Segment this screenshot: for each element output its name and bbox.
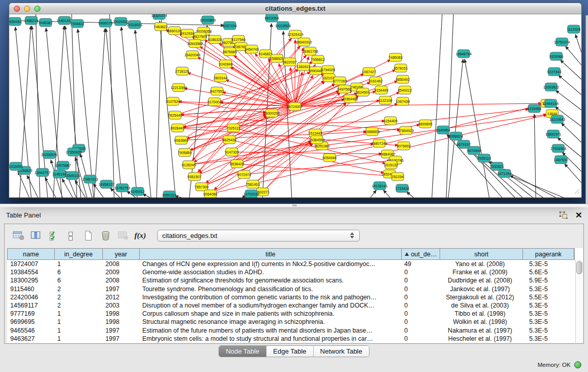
graph-node[interactable]: 16961758 xyxy=(302,47,318,55)
graph-node[interactable]: 19384554 xyxy=(309,136,324,144)
graph-node[interactable]: 9170004 xyxy=(207,98,221,106)
graph-node[interactable]: 8549212 xyxy=(398,86,411,94)
graph-node[interactable]: 1986219 xyxy=(24,16,38,25)
graph-node[interactable]: 1122108 xyxy=(379,96,393,104)
table-options-button[interactable] xyxy=(10,228,27,243)
split-pane-grip-icon[interactable] xyxy=(292,205,297,207)
window-minimize-button[interactable] xyxy=(24,6,30,12)
graph-node[interactable]: 9245412 xyxy=(130,187,144,195)
graph-node[interactable]: 19975887 xyxy=(55,161,71,169)
table-row[interactable]: 969969511998Structural magnetic resonanc… xyxy=(7,318,575,326)
graph-node[interactable]: 18640910 xyxy=(296,38,312,46)
graph-node[interactable]: 16648784 xyxy=(455,50,471,58)
window-zoom-button[interactable] xyxy=(34,6,40,12)
tab-network-table[interactable]: Network Table xyxy=(314,346,369,357)
graph-node[interactable]: 8215958 xyxy=(527,104,541,113)
graph-node[interactable]: 9329966 xyxy=(549,52,563,60)
graph-node[interactable]: 18724007 xyxy=(287,102,302,111)
graph-node[interactable]: 9227343 xyxy=(547,68,561,76)
graph-node[interactable]: 8186328 xyxy=(208,35,222,43)
graph-node[interactable]: 2803144 xyxy=(213,74,227,82)
graph-node[interactable]: 18807249 xyxy=(371,139,387,147)
graph-node[interactable]: 17359928 xyxy=(66,148,81,156)
network-graph[interactable]: 1872400774638228660128891293423226058982… xyxy=(9,14,581,199)
graph-node[interactable]: 3624501 xyxy=(356,88,369,96)
network-window-titlebar[interactable]: citations_edges.txt xyxy=(9,3,582,14)
graph-node[interactable]: 1915051 xyxy=(9,162,23,170)
graph-node[interactable]: 20364486 xyxy=(342,95,358,103)
graph-node[interactable]: 1067438 xyxy=(396,97,409,105)
graph-node[interactable]: 7485083 xyxy=(388,53,402,61)
graph-node[interactable]: 6794028 xyxy=(321,65,335,74)
graph-node[interactable]: 23420046 xyxy=(184,51,200,59)
graph-node[interactable]: 1588520 xyxy=(270,54,284,62)
graph-node[interactable]: 2935114 xyxy=(477,154,491,162)
graph-node[interactable]: 7905859 xyxy=(178,148,191,157)
graph-node[interactable]: 18320274 xyxy=(151,14,167,19)
graph-node[interactable]: 9899895 xyxy=(418,120,432,128)
graph-node[interactable]: 8660128 xyxy=(167,27,181,35)
graph-node[interactable]: 8813054 xyxy=(265,14,278,22)
graph-node[interactable]: 8427552 xyxy=(210,87,224,95)
graph-node[interactable]: 8578151 xyxy=(394,64,407,72)
table-row[interactable]: 1872400712008Changes of HCN gene express… xyxy=(7,260,575,268)
table-scrollbar-thumb[interactable] xyxy=(576,261,582,274)
graph-node[interactable]: 14702039 xyxy=(243,190,259,198)
graph-node[interactable]: 2718126 xyxy=(175,67,189,75)
graph-node[interactable]: 9046387 xyxy=(38,18,52,27)
graph-node[interactable]: 8107524 xyxy=(166,97,180,105)
graph-node[interactable]: 15318031 xyxy=(126,20,142,29)
graph-node[interactable]: 10688609 xyxy=(364,127,380,136)
graph-node[interactable]: 8912934 xyxy=(180,29,194,37)
split-pane-divider[interactable] xyxy=(0,204,588,207)
network-window[interactable]: citations_edges.txt 18724007746382286601… xyxy=(9,3,582,199)
graph-node[interactable]: 1640954 xyxy=(436,126,450,134)
table-source-dropdown[interactable]: citations_edges.txt xyxy=(157,230,360,242)
graph-node[interactable]: 9474444 xyxy=(467,146,481,155)
delete-columns-button[interactable] xyxy=(97,228,114,243)
window-resize-grip[interactable] xyxy=(573,187,580,196)
table-scrollbar[interactable] xyxy=(575,260,583,343)
graph-node[interactable]: 15751074 xyxy=(554,38,570,46)
column-header-title[interactable]: title xyxy=(140,249,402,259)
graph-node[interactable]: 15692971 xyxy=(545,130,561,138)
graph-node[interactable]: 9361507 xyxy=(187,172,201,181)
graph-node[interactable]: 20206576 xyxy=(41,150,57,159)
graph-node[interactable]: 16782753 xyxy=(114,184,130,192)
graph-node[interactable]: 9147339 xyxy=(225,148,238,156)
graph-node[interactable]: 9075692 xyxy=(397,142,410,150)
graph-node[interactable]: 7463822 xyxy=(154,23,167,31)
graph-node[interactable]: 8822037 xyxy=(282,58,296,66)
graph-node[interactable]: 6497568 xyxy=(337,85,351,93)
graph-node[interactable]: 9777169 xyxy=(333,77,346,85)
table-row[interactable]: 977716911998Corpus callosum shape and si… xyxy=(7,310,575,318)
graph-node[interactable]: 8454749 xyxy=(245,45,258,53)
graph-node[interactable]: 9072974 xyxy=(237,170,251,179)
graph-node[interactable]: 7904822 xyxy=(70,19,84,28)
graph-node[interactable]: 2650051 xyxy=(9,17,22,26)
float-panel-icon[interactable] xyxy=(559,211,568,219)
graph-node[interactable]: 12325419 xyxy=(287,30,303,38)
create-column-button[interactable] xyxy=(79,228,97,243)
graph-node[interactable]: 9064086 xyxy=(203,190,217,198)
show-columns-button[interactable] xyxy=(27,228,45,243)
graph-node[interactable]: 16210643 xyxy=(549,115,565,123)
window-close-button[interactable] xyxy=(14,6,20,12)
graph-node[interactable]: 14136141 xyxy=(372,182,387,190)
graph-node[interactable]: 16033809 xyxy=(200,16,215,24)
graph-node[interactable]: 12093822 xyxy=(543,83,559,91)
table-row[interactable]: 946554611997Estimation of the future num… xyxy=(7,326,575,335)
graph-node[interactable]: 13942757 xyxy=(34,168,50,177)
graph-node[interactable]: 7955812 xyxy=(311,55,324,63)
graph-node[interactable]: 9063669 xyxy=(174,136,188,144)
tab-node-table[interactable]: Node Table xyxy=(219,346,267,357)
function-builder-button[interactable]: f(x) xyxy=(132,228,149,243)
column-header-short[interactable]: short xyxy=(440,249,523,259)
close-panel-icon[interactable]: × xyxy=(576,211,582,219)
column-header-year[interactable]: year xyxy=(103,249,140,259)
graph-node[interactable]: 1467532 xyxy=(554,156,568,164)
graph-node[interactable]: 252254 xyxy=(391,172,404,181)
graph-node[interactable]: 7581453 xyxy=(246,180,259,188)
graph-node[interactable]: 1067427 xyxy=(362,68,376,76)
graph-node[interactable]: 9242848 xyxy=(219,60,232,68)
